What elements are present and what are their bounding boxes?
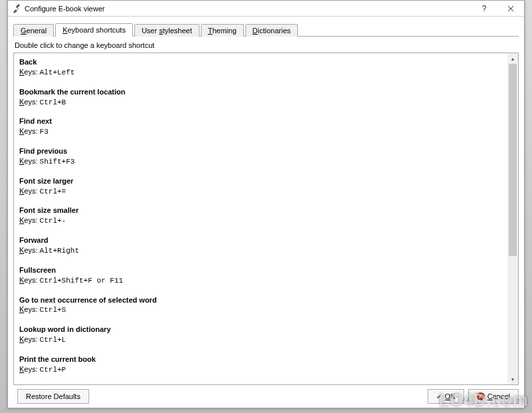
shortcut-item[interactable]: Find nextKeys: F3 bbox=[19, 116, 502, 137]
shortcut-title: Bookmark the current location bbox=[19, 87, 502, 97]
tab-keyboard-shortcuts[interactable]: Keyboard shortcuts bbox=[55, 23, 133, 37]
restore-defaults-label: Restore Defaults bbox=[26, 392, 80, 400]
help-button[interactable]: ? bbox=[471, 1, 497, 16]
shortcut-title: Back bbox=[19, 57, 502, 67]
shortcut-keys: Keys: Ctrl+- bbox=[19, 215, 502, 226]
shortcut-keys: Keys: Ctrl+P bbox=[19, 364, 502, 375]
shortcut-item[interactable]: BackKeys: Alt+Left bbox=[19, 57, 502, 78]
dialog-window: Configure E-book viewer ? General Keyboa… bbox=[7, 0, 525, 408]
check-icon: ✔ bbox=[436, 392, 442, 401]
scroll-track[interactable] bbox=[507, 64, 518, 374]
shortcut-keys: Keys: F3 bbox=[19, 126, 502, 137]
shortcut-item[interactable]: Lookup word in dictionaryKeys: Ctrl+L bbox=[19, 325, 502, 345]
close-icon bbox=[507, 5, 514, 12]
shortcut-title: Font size smaller bbox=[19, 206, 502, 215]
scroll-up-icon[interactable]: ▴ bbox=[507, 53, 518, 64]
shortcut-title: Font size larger bbox=[19, 176, 502, 186]
cancel-icon: ✕ bbox=[477, 392, 485, 400]
shortcut-list-viewport[interactable]: BackKeys: Alt+LeftBookmark the current l… bbox=[14, 53, 507, 384]
shortcut-list: BackKeys: Alt+LeftBookmark the current l… bbox=[13, 53, 519, 385]
tab-dictionaries[interactable]: Dictionaries bbox=[245, 24, 298, 37]
shortcut-title: Lookup word in dictionary bbox=[19, 325, 502, 335]
close-button[interactable] bbox=[497, 1, 524, 16]
shortcut-item[interactable]: Font size smallerKeys: Ctrl+- bbox=[19, 206, 502, 226]
scroll-down-icon[interactable]: ▾ bbox=[507, 374, 518, 384]
tab-theming[interactable]: Theming bbox=[201, 24, 244, 37]
shortcut-keys: Keys: Ctrl+S bbox=[19, 305, 502, 315]
shortcut-item[interactable]: Print the current bookKeys: Ctrl+P bbox=[19, 354, 502, 375]
tab-general[interactable]: General bbox=[13, 24, 54, 37]
shortcut-item[interactable]: ForwardKeys: Alt+Right bbox=[19, 235, 502, 256]
shortcut-title: Forward bbox=[19, 235, 502, 245]
tab-bar: General Keyboard shortcuts User styleshe… bbox=[13, 22, 519, 37]
shortcut-title: Find next bbox=[19, 116, 502, 126]
shortcut-item[interactable]: Bookmark the current locationKeys: Ctrl+… bbox=[19, 87, 502, 108]
dialog-footer: Restore Defaults ✔ OK ✕ Cancel bbox=[13, 385, 519, 404]
titlebar: Configure E-book viewer ? bbox=[8, 1, 524, 17]
shortcut-keys: Keys: Ctrl+Shift+F or F11 bbox=[19, 275, 502, 286]
shortcut-keys: Keys: Alt+Left bbox=[19, 67, 502, 78]
instruction-text: Double click to change a keyboard shortc… bbox=[13, 37, 519, 53]
scroll-thumb[interactable] bbox=[509, 64, 517, 256]
shortcut-keys: Keys: Alt+Right bbox=[19, 245, 502, 256]
shortcut-keys: Keys: Shift+F3 bbox=[19, 156, 502, 167]
shortcut-item[interactable]: Find previousKeys: Shift+F3 bbox=[19, 146, 502, 167]
shortcut-keys: Keys: Ctrl+= bbox=[19, 186, 502, 197]
shortcut-title: Fullscreen bbox=[19, 265, 502, 275]
tab-user-stylesheet[interactable]: User stylesheet bbox=[134, 24, 200, 37]
scrollbar[interactable]: ▴ ▾ bbox=[507, 53, 518, 384]
dialog-body: General Keyboard shortcuts User styleshe… bbox=[8, 17, 524, 408]
shortcut-title: Print the current book bbox=[19, 354, 502, 364]
restore-defaults-button[interactable]: Restore Defaults bbox=[17, 389, 89, 404]
shortcut-title: Find previous bbox=[19, 146, 502, 156]
shortcut-item[interactable]: Go to next occurrence of selected wordKe… bbox=[19, 295, 502, 316]
window-title: Configure E-book viewer bbox=[25, 5, 471, 13]
cancel-button[interactable]: ✕ Cancel bbox=[468, 389, 519, 404]
shortcut-title: Go to next occurrence of selected word bbox=[19, 295, 502, 305]
tools-icon bbox=[12, 4, 21, 13]
shortcut-item[interactable]: FullscreenKeys: Ctrl+Shift+F or F11 bbox=[19, 265, 502, 286]
ok-button[interactable]: ✔ OK bbox=[428, 389, 464, 404]
shortcut-item[interactable]: Font size largerKeys: Ctrl+= bbox=[19, 176, 502, 197]
shortcut-keys: Keys: Ctrl+L bbox=[19, 335, 502, 345]
shortcut-keys: Keys: Ctrl+B bbox=[19, 97, 502, 108]
